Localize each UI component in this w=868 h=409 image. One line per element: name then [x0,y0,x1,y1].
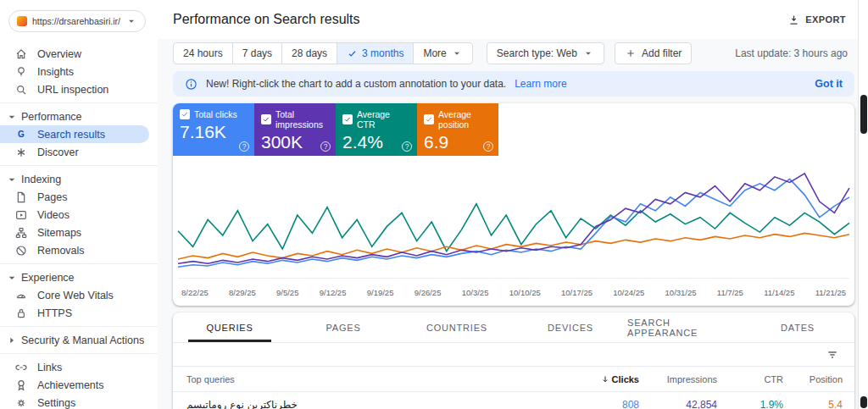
query-cell[interactable]: خطرناکترین نوع روماتیسم [186,399,563,409]
more-date-ranges-chip[interactable]: More [413,42,472,64]
sidebar-item-label: Search results [37,129,105,141]
metric-label: Total clicks [194,109,237,119]
metric-card-average-ctr[interactable]: Average CTR2.4%? [336,103,417,156]
last-update-text: Last update: 3 hours ago [735,47,848,59]
sidebar-section-performance[interactable]: Performance [0,108,158,125]
sidebar-item-links[interactable]: Links [0,358,149,376]
sidebar-item-label: Experience [21,272,75,284]
sidebar-item-label: Discover [37,146,79,158]
x-axis-label: 11/7/25 [717,288,743,297]
column-header-position[interactable]: Position [783,374,843,384]
x-axis-label: 8/29/25 [229,288,256,297]
sidebar-item-achievements[interactable]: Achievements [0,376,149,394]
sidebar-item-core-web-vitals[interactable]: Core Web Vitals [0,286,149,304]
export-button[interactable]: EXPORT [787,14,846,26]
chip-label: 28 days [292,47,327,59]
date-range-chip-24-hours[interactable]: 24 hours [173,42,233,64]
sidebar-item-settings[interactable]: Settings [0,394,149,409]
search-type-chip[interactable]: Search type: Web [487,42,604,64]
sidebar-section-security-manual-actions[interactable]: Security & Manual Actions [0,331,158,349]
x-axis-label: 10/10/25 [509,288,541,297]
asterisk-icon [14,146,28,159]
sidebar-group: ExperienceCore Web VitalsHTTPS [0,264,158,327]
table-header-row: Top queries ClicksImpressionsCTRPosition [173,367,854,392]
metric-value: 2.4% [342,132,410,152]
date-range-chips: 24 hours7 days28 days3 monthsMore [173,42,473,64]
search-icon [14,83,28,97]
table-row[interactable]: خطرناکترین نوع روماتیسم80842,8541.9%5.4 [173,392,854,409]
sidebar-item-url-inspection[interactable]: URL inspection [0,80,149,98]
sidebar-item-label: Settings [37,397,75,409]
learn-more-link[interactable]: Learn more [515,78,566,90]
sidebar-item-overview[interactable]: Overview [0,45,149,63]
tab-dates[interactable]: DATES [741,312,854,342]
sidebar-item-search-results[interactable]: GSearch results [0,125,149,143]
help-icon[interactable]: ? [320,141,331,152]
site-favicon [17,16,27,26]
add-filter-button[interactable]: Add filter [615,42,692,64]
sidebar-item-label: Performance [21,111,82,123]
sidebar-item-pages[interactable]: Pages [0,188,149,206]
property-selector[interactable]: https://drsarehbasiri.ir/ [8,10,146,32]
add-filter-label: Add filter [642,47,682,59]
metric-card-total-clicks[interactable]: Total clicks7.16K? [173,103,254,156]
x-axis-label: 8/22/25 [181,288,209,297]
download-icon [787,14,800,26]
lightbulb-icon [14,65,28,79]
sidebar-item-label: Overview [37,48,81,60]
sidebar-item-label: Links [37,362,62,373]
sidebar: https://drsarehbasiri.ir/ OverviewInsigh… [0,0,158,409]
performance-chart[interactable] [173,159,854,286]
tab-search-appearance[interactable]: SEARCH APPEARANCE [627,312,741,342]
sidebar-item-videos[interactable]: Videos [0,206,149,224]
sidebar-section-experience[interactable]: Experience [0,268,158,286]
sidebar-item-label: HTTPS [37,307,72,319]
column-header-clicks[interactable]: Clicks [563,374,639,384]
tab-devices[interactable]: DEVICES [514,312,627,342]
metric-card-top: Average position [424,109,492,130]
help-icon[interactable]: ? [239,141,249,152]
column-header-ctr[interactable]: CTR [717,374,783,384]
sidebar-item-removals[interactable]: Removals [0,241,149,259]
got-it-button[interactable]: Got it [815,78,843,90]
checkbox-checked-icon[interactable] [424,114,434,124]
sidebar-item-https[interactable]: HTTPS [0,304,149,322]
help-icon[interactable]: ? [402,141,412,152]
sidebar-item-sitemaps[interactable]: Sitemaps [0,224,149,241]
metric-card-total-impressions[interactable]: Total impressions300K? [254,103,336,156]
page-title: Performance on Search results [173,12,360,27]
help-icon[interactable]: ? [483,141,493,152]
clicks-cell: 808 [563,399,639,409]
date-range-chip-7-days[interactable]: 7 days [232,42,282,64]
sidebar-item-discover[interactable]: Discover [0,143,149,161]
metric-card-average-position[interactable]: Average position6.9? [417,103,498,156]
dimension-tabs: QUERIESPAGESCOUNTRIESDEVICESSEARCH APPEA… [173,312,854,343]
tab-queries[interactable]: QUERIES [173,312,287,342]
tab-countries[interactable]: COUNTRIES [400,312,514,342]
sidebar-item-label: Videos [37,209,70,221]
chevron-down-icon [5,110,19,124]
annotation-banner: New! Right-click the chart to add a cust… [173,71,854,97]
sidebar-item-label: Indexing [21,174,61,185]
metric-value: 300K [261,132,329,152]
sidebar-section-indexing[interactable]: Indexing [0,170,158,188]
metric-column-headers: ClicksImpressionsCTRPosition [563,374,843,384]
scrollbar-thumb-bottom[interactable] [860,396,867,408]
checkbox-checked-icon[interactable] [261,114,271,124]
tab-pages[interactable]: PAGES [287,312,400,342]
filter-rows-icon[interactable] [826,348,839,362]
date-range-chip-3-months[interactable]: 3 months [337,42,414,64]
date-range-chip-28-days[interactable]: 28 days [281,42,337,64]
sidebar-group: IndexingPagesVideosSitemapsRemovals [0,166,158,264]
scrollbar[interactable] [858,0,868,409]
sidebar-group: PerformanceGSearch resultsDiscover [0,103,158,166]
scrollbar-thumb[interactable] [860,95,867,134]
sidebar-item-insights[interactable]: Insights [0,63,149,80]
sidebar-item-label: Sitemaps [37,227,81,239]
column-header-impressions[interactable]: Impressions [639,374,717,384]
checkbox-checked-icon[interactable] [180,109,190,119]
sidebar-nav: OverviewInsightsURL inspectionPerformanc… [0,41,158,409]
checkbox-checked-icon[interactable] [342,114,353,124]
metric-value: 7.16K [180,122,248,142]
ban-icon [14,244,28,257]
